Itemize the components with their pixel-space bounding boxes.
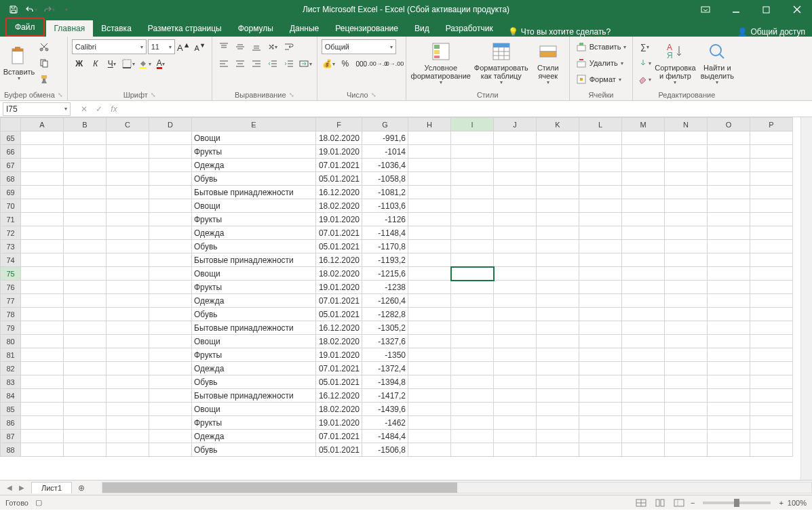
cell[interactable] <box>579 294 622 308</box>
cell[interactable] <box>21 348 64 362</box>
cell[interactable] <box>750 430 793 443</box>
cell[interactable]: Одежда <box>192 159 316 172</box>
cell[interactable]: -1394,8 <box>362 375 408 389</box>
cell[interactable]: -1170,8 <box>362 240 408 253</box>
cell[interactable] <box>708 131 750 145</box>
cell[interactable] <box>149 348 192 362</box>
cell[interactable] <box>107 308 149 321</box>
tab-page-layout[interactable]: Разметка страницы <box>140 20 230 37</box>
cell[interactable] <box>708 199 750 213</box>
cell[interactable]: Обувь <box>192 443 316 457</box>
cell[interactable] <box>149 416 192 430</box>
cell[interactable] <box>107 294 149 308</box>
cell[interactable] <box>622 240 665 253</box>
cell[interactable]: 18.02.2020 <box>316 403 362 416</box>
cell[interactable] <box>408 375 451 389</box>
cell[interactable] <box>750 375 793 389</box>
align-top-button[interactable] <box>216 39 231 54</box>
cell[interactable] <box>408 145 451 159</box>
percent-button[interactable]: % <box>338 56 353 71</box>
cell[interactable]: 07.01.2021 <box>316 159 362 172</box>
cell[interactable] <box>622 416 665 430</box>
cell[interactable] <box>149 186 192 199</box>
fx-button[interactable]: fx <box>107 102 121 116</box>
cell[interactable]: -1506,8 <box>362 443 408 457</box>
find-select-button[interactable]: Найти и выделить▾ <box>698 39 736 87</box>
cell[interactable] <box>21 308 64 321</box>
cell[interactable] <box>21 430 64 443</box>
row-header[interactable]: 83 <box>1 375 21 389</box>
cell[interactable] <box>708 226 750 240</box>
cell[interactable] <box>107 321 149 335</box>
cell[interactable] <box>494 145 537 159</box>
row-header[interactable]: 67 <box>1 159 21 172</box>
column-header[interactable]: A <box>21 118 64 131</box>
cell[interactable] <box>107 348 149 362</box>
cell[interactable]: 05.01.2021 <box>316 375 362 389</box>
cell[interactable] <box>665 375 708 389</box>
cell[interactable] <box>21 267 64 281</box>
comma-button[interactable]: 000 <box>354 56 369 71</box>
cell[interactable] <box>21 159 64 172</box>
cell[interactable] <box>579 253 622 267</box>
cell[interactable] <box>64 430 107 443</box>
cell[interactable] <box>622 362 665 375</box>
cell[interactable] <box>622 389 665 403</box>
cell[interactable] <box>708 430 750 443</box>
cell[interactable] <box>107 267 149 281</box>
cell[interactable]: 18.02.2020 <box>316 199 362 213</box>
vertical-scrollbar[interactable] <box>800 117 812 480</box>
column-header[interactable]: C <box>107 118 149 131</box>
cell[interactable] <box>149 335 192 348</box>
cell[interactable]: 16.12.2020 <box>316 321 362 335</box>
cell[interactable] <box>451 348 494 362</box>
cell[interactable] <box>451 213 494 226</box>
cell[interactable] <box>107 443 149 457</box>
cell[interactable] <box>149 362 192 375</box>
cell[interactable] <box>408 226 451 240</box>
decrease-decimal-button[interactable]: .0→.00 <box>387 56 402 71</box>
cell[interactable] <box>579 240 622 253</box>
cell[interactable] <box>750 403 793 416</box>
cell[interactable] <box>665 159 708 172</box>
cell[interactable]: 19.01.2020 <box>316 145 362 159</box>
cell[interactable] <box>622 159 665 172</box>
column-header[interactable]: K <box>537 118 579 131</box>
cell[interactable] <box>579 362 622 375</box>
cell[interactable] <box>579 267 622 281</box>
cell[interactable] <box>750 240 793 253</box>
cell[interactable] <box>665 443 708 457</box>
cell[interactable] <box>21 199 64 213</box>
align-right-button[interactable] <box>249 56 264 71</box>
cell[interactable]: Овощи <box>192 403 316 416</box>
cell[interactable] <box>537 348 579 362</box>
cell[interactable] <box>622 321 665 335</box>
grow-font-button[interactable]: A▲ <box>176 39 191 54</box>
cell[interactable] <box>21 321 64 335</box>
cell[interactable] <box>622 375 665 389</box>
cell[interactable] <box>665 362 708 375</box>
cell[interactable] <box>408 362 451 375</box>
cell[interactable] <box>665 335 708 348</box>
shrink-font-button[interactable]: A▼ <box>193 39 208 54</box>
cell[interactable] <box>665 131 708 145</box>
cell[interactable] <box>64 186 107 199</box>
cell[interactable] <box>408 267 451 281</box>
row-header[interactable]: 72 <box>1 226 21 240</box>
cell[interactable] <box>537 145 579 159</box>
cell[interactable] <box>107 253 149 267</box>
cell[interactable] <box>750 131 793 145</box>
cell[interactable]: Овощи <box>192 131 316 145</box>
cell[interactable] <box>149 267 192 281</box>
cell[interactable] <box>537 308 579 321</box>
cell[interactable] <box>750 253 793 267</box>
cell[interactable] <box>708 389 750 403</box>
cell[interactable] <box>750 186 793 199</box>
cell[interactable] <box>494 253 537 267</box>
cell[interactable] <box>494 416 537 430</box>
cell[interactable] <box>107 131 149 145</box>
cell[interactable] <box>622 172 665 186</box>
row-header[interactable]: 87 <box>1 430 21 443</box>
cell[interactable] <box>579 199 622 213</box>
enter-button[interactable]: ✓ <box>92 102 106 116</box>
